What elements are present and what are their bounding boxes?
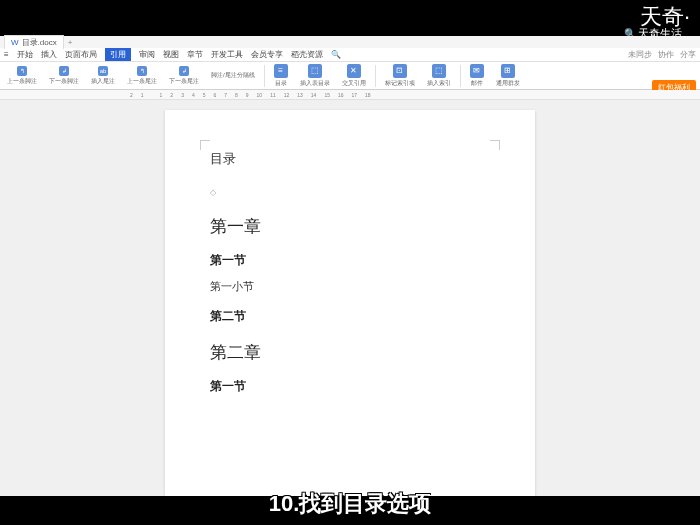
insert-index-icon: ⬚	[432, 64, 446, 78]
titlebar: W 目录.docx +	[0, 36, 700, 48]
table-toc-icon: ⬚	[308, 64, 322, 78]
heading-level-2[interactable]: 第一节	[210, 252, 490, 269]
menu-view[interactable]: 视图	[163, 49, 179, 60]
menu-layout[interactable]: 页面布局	[65, 49, 97, 60]
ruler: 21123456789101112131415161718	[0, 90, 700, 100]
wps-window: 红包福利 W 目录.docx + ≡ 开始 插入 页面布局 引用 审阅 视图 章…	[0, 36, 700, 496]
margin-corner	[200, 140, 210, 150]
comment-marker[interactable]: ◇	[210, 188, 490, 197]
menu-devtools[interactable]: 开发工具	[211, 49, 243, 60]
ribbon-insert-table-toc[interactable]: ⬚插入表目录	[297, 64, 333, 88]
ribbon-separator-line[interactable]: 脚注/尾注分隔线	[208, 71, 258, 80]
endnote-icon: ab	[98, 66, 108, 76]
prev-endnote-icon: ↰	[137, 66, 147, 76]
ribbon-cross-ref[interactable]: ✕交叉引用	[339, 64, 369, 88]
share-button[interactable]: 分享	[680, 49, 696, 60]
menu-resources[interactable]: 稻壳资源	[291, 49, 323, 60]
mark-index-icon: ⊡	[393, 64, 407, 78]
margin-corner	[490, 140, 500, 150]
next-endnote-icon: ↲	[179, 66, 189, 76]
menu-right-cluster: 未同步 协作 分享	[628, 49, 696, 60]
ruler-marks: 21123456789101112131415161718	[130, 90, 700, 99]
ribbon-insert-index[interactable]: ⬚插入索引	[424, 64, 454, 88]
tab-filename: 目录.docx	[22, 37, 57, 48]
word-icon: W	[11, 38, 19, 47]
menu-reference[interactable]: 引用	[105, 48, 131, 61]
ribbon: ↰上一条脚注 ↲下一条脚注 ab插入尾注 ↰上一条尾注 ↲下一条尾注 脚注/尾注…	[0, 62, 700, 90]
menubar: ≡ 开始 插入 页面布局 引用 审阅 视图 章节 开发工具 会员专享 稻壳资源 …	[0, 48, 700, 62]
document-tab[interactable]: W 目录.docx	[4, 35, 64, 49]
ribbon-toc[interactable]: ≡目录	[271, 64, 291, 88]
heading-level-1[interactable]: 第二章	[210, 341, 490, 364]
doc-title[interactable]: 目录	[210, 150, 490, 168]
ribbon-prev-endnote[interactable]: ↰上一条尾注	[124, 66, 160, 86]
heading-level-2[interactable]: 第一节	[210, 378, 490, 395]
search-box[interactable]: 🔍	[331, 50, 341, 59]
crossref-icon: ✕	[347, 64, 361, 78]
document-area[interactable]: 目录 ◇ 第一章第一节第一小节第二节第二章第一节	[0, 100, 700, 496]
toc-icon: ≡	[274, 64, 288, 78]
ribbon-next-footnote[interactable]: ↲下一条脚注	[46, 66, 82, 86]
ribbon-insert-endnote[interactable]: ab插入尾注	[88, 66, 118, 86]
ribbon-prev-footnote[interactable]: ↰上一条脚注	[4, 66, 40, 86]
mail-icon: ✉	[470, 64, 484, 78]
menu-insert[interactable]: 插入	[41, 49, 57, 60]
heading-level-3[interactable]: 第一小节	[210, 279, 490, 294]
mass-send-icon: ⊞	[501, 64, 515, 78]
ribbon-next-endnote[interactable]: ↲下一条尾注	[166, 66, 202, 86]
menu-file[interactable]: ≡	[4, 50, 9, 59]
menu-review[interactable]: 审阅	[139, 49, 155, 60]
heading-level-2[interactable]: 第二节	[210, 308, 490, 325]
ribbon-divider	[375, 65, 376, 87]
page[interactable]: 目录 ◇ 第一章第一节第一小节第二节第二章第一节	[165, 110, 535, 496]
menu-member[interactable]: 会员专享	[251, 49, 283, 60]
ribbon-divider	[460, 65, 461, 87]
sync-status[interactable]: 未同步	[628, 49, 652, 60]
menu-chapter[interactable]: 章节	[187, 49, 203, 60]
ribbon-mark-index[interactable]: ⊡标记索引项	[382, 64, 418, 88]
menu-start[interactable]: 开始	[17, 49, 33, 60]
video-caption: 10.找到目录选项	[269, 489, 432, 519]
collab-button[interactable]: 协作	[658, 49, 674, 60]
ribbon-mail[interactable]: ✉邮件	[467, 64, 487, 88]
top-overlay: 天奇· 天奇生活	[0, 0, 700, 36]
ribbon-divider	[264, 65, 265, 87]
next-footnote-icon: ↲	[59, 66, 69, 76]
doc-sections[interactable]: 第一章第一节第一小节第二节第二章第一节	[210, 215, 490, 395]
ribbon-mass-send[interactable]: ⊞通用群发	[493, 64, 523, 88]
add-tab-button[interactable]: +	[68, 38, 73, 47]
prev-footnote-icon: ↰	[17, 66, 27, 76]
heading-level-1[interactable]: 第一章	[210, 215, 490, 238]
